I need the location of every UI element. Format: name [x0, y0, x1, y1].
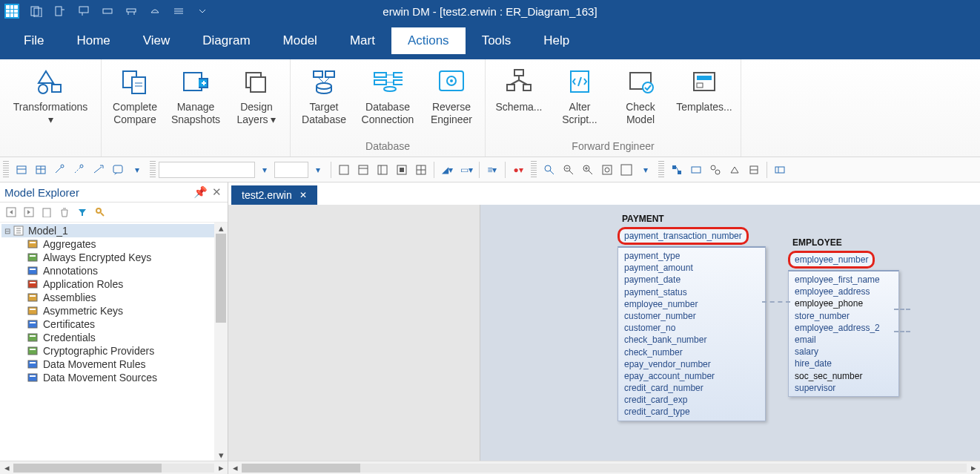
tb-hand-icon[interactable] — [617, 161, 636, 179]
explorer-hscroll[interactable]: ◂▸ — [0, 461, 228, 474]
entity-attribute[interactable]: store_number — [795, 310, 893, 322]
close-tab-icon[interactable]: ✕ — [299, 190, 307, 200]
canvas-hscroll[interactable]: ◂▸ — [228, 461, 980, 474]
close-icon[interactable]: ✕ — [210, 185, 223, 199]
schema-button[interactable]: Schema... — [491, 62, 546, 139]
tb-font-select[interactable] — [159, 162, 255, 178]
entity-attribute[interactable]: email — [795, 334, 893, 346]
tree-item[interactable]: Always Encrypted Keys — [24, 251, 228, 264]
menu-view[interactable]: View — [127, 27, 187, 54]
entity-attribute[interactable]: payment_amount — [624, 262, 759, 274]
tb-box4-icon[interactable] — [392, 161, 411, 179]
entity-attribute[interactable]: soc_sec_number — [795, 370, 893, 382]
templates-button[interactable]: Templates... — [674, 62, 735, 139]
toolbar-grip[interactable] — [658, 161, 664, 179]
entity-attribute[interactable]: supervisor — [795, 382, 893, 394]
explorer-vscroll[interactable]: ▴ ▾ — [214, 223, 228, 461]
tb-line-icon[interactable]: ▭▾ — [457, 161, 476, 179]
tb-misc2-icon[interactable] — [686, 161, 706, 179]
tb-box1-icon[interactable] — [334, 161, 354, 179]
qat-icon-6[interactable] — [148, 4, 162, 18]
menu-model[interactable]: Model — [267, 27, 334, 54]
menu-diagram[interactable]: Diagram — [186, 27, 266, 54]
entity-attribute[interactable]: employee_phone — [795, 297, 893, 309]
nav-fwd-icon[interactable] — [22, 205, 36, 219]
entity-attribute[interactable]: check_bank_number — [624, 334, 759, 346]
entity-attribute[interactable]: credit_card_number — [624, 382, 759, 394]
tb-note-icon[interactable] — [108, 161, 128, 179]
target-database-button[interactable]: Target Database — [297, 62, 351, 139]
tb-misc1-icon[interactable] — [667, 161, 686, 179]
tb-entity-icon[interactable] — [12, 161, 31, 179]
entity-attribute[interactable]: hire_date — [795, 358, 893, 369]
entity-employee[interactable]: EMPLOYEE employee_number employee_first_… — [788, 236, 899, 397]
qat-icon-2[interactable] — [53, 4, 67, 18]
tb-rel1-icon[interactable] — [50, 161, 70, 179]
tb-misc5-icon[interactable] — [744, 161, 764, 179]
explorer-tree[interactable]: ⊟ Model_1 AggregatesAlways Encrypted Key… — [0, 223, 228, 461]
entity-attribute[interactable]: payment_type — [624, 250, 759, 262]
delete-icon[interactable] — [58, 205, 71, 219]
tb-dropdown-2[interactable]: ▾ — [255, 161, 274, 179]
tb-box5-icon[interactable] — [411, 161, 431, 179]
qat-icon-3[interactable] — [77, 4, 90, 18]
entity-attribute[interactable]: salary — [795, 346, 893, 358]
qat-icon-5[interactable] — [125, 4, 138, 18]
entity-attribute[interactable]: customer_no — [624, 322, 759, 334]
menu-actions[interactable]: Actions — [391, 27, 466, 54]
alter-script-button[interactable]: Alter Script... — [552, 62, 607, 139]
entity-attribute[interactable]: customer_number — [624, 310, 759, 322]
manage-snapshots-button[interactable]: Manage Snapshots — [168, 62, 223, 142]
tree-item[interactable]: Application Roles — [24, 277, 228, 291]
entity-attribute[interactable]: epay_account_number — [624, 370, 759, 382]
qat-icon-4[interactable] — [101, 4, 114, 18]
entity-attribute[interactable]: credit_card_type — [624, 406, 759, 418]
entity-attribute[interactable]: employee_number — [624, 298, 759, 310]
document-tab[interactable]: test2.erwin ✕ — [231, 185, 317, 205]
tb-dropdown-3[interactable]: ▾ — [308, 161, 328, 179]
tree-item[interactable]: Aggregates — [24, 237, 228, 251]
entity-attribute[interactable]: employee_address — [795, 286, 893, 297]
tb-box2-icon[interactable] — [354, 161, 373, 179]
tb-misc3-icon[interactable] — [706, 161, 725, 179]
tb-misc6-icon[interactable] — [770, 161, 789, 179]
entity-attribute[interactable]: payment_status — [624, 286, 759, 298]
tb-misc4-icon[interactable] — [725, 161, 744, 179]
relationship-line[interactable] — [894, 309, 910, 310]
nav-back-icon[interactable] — [4, 205, 18, 219]
tb-box3-icon[interactable] — [373, 161, 392, 179]
design-layers-button[interactable]: Design Layers ▾ — [229, 62, 284, 142]
tree-item[interactable]: Assemblies — [24, 291, 228, 304]
tree-item[interactable]: Asymmetric Keys — [24, 304, 228, 317]
relationship-line[interactable] — [762, 301, 790, 303]
entity-attribute[interactable]: payment_date — [624, 274, 759, 286]
menu-home[interactable]: Home — [60, 27, 126, 54]
entity-attribute[interactable]: employee_first_name — [795, 274, 893, 286]
tb-align-icon[interactable]: ≡▾ — [483, 161, 502, 179]
pin-icon[interactable]: 📌 — [193, 185, 207, 199]
tb-record-icon[interactable]: ●▾ — [509, 161, 528, 179]
tb-fit-icon[interactable] — [597, 161, 617, 179]
check-model-button[interactable]: Check Model — [613, 62, 668, 139]
filter-icon[interactable] — [76, 205, 89, 219]
menu-file[interactable]: File — [7, 27, 60, 54]
entity-attribute[interactable]: check_number — [624, 346, 759, 358]
tb-dropdown-4[interactable]: ▾ — [636, 161, 655, 179]
new-node-icon[interactable] — [40, 205, 53, 219]
diagram-canvas[interactable]: PAYMENT payment_transaction_number payme… — [228, 205, 980, 474]
search-icon[interactable] — [93, 205, 107, 219]
entity-attribute[interactable]: epay_vendor_number — [624, 358, 759, 370]
toolbar-grip[interactable] — [3, 161, 9, 179]
qat-dropdown-icon[interactable] — [196, 4, 209, 18]
tree-item[interactable]: Certificates — [24, 317, 228, 331]
tree-item[interactable]: Credentials — [24, 331, 228, 344]
tb-rel3-icon[interactable] — [89, 161, 108, 179]
tree-item[interactable]: Data Movement Sources — [24, 371, 228, 384]
tb-fill-icon[interactable]: ◢▾ — [437, 161, 457, 179]
relationship-line[interactable] — [894, 331, 910, 332]
qat-icon-1[interactable] — [30, 4, 43, 18]
tb-zoom-icon[interactable] — [540, 161, 559, 179]
toolbar-grip[interactable] — [150, 161, 156, 179]
entity-attribute[interactable]: credit_card_exp — [624, 394, 759, 406]
transformations-button[interactable]: Transformations ▾ — [6, 62, 95, 142]
